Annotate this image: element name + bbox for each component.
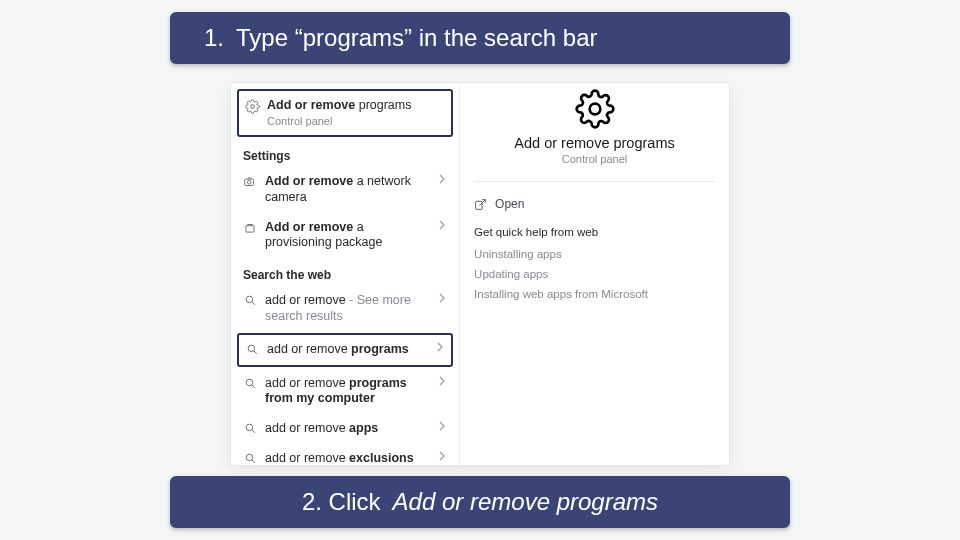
open-icon (474, 198, 487, 211)
chevron-right-icon (435, 220, 449, 230)
chevron-right-icon (435, 376, 449, 386)
chevron-right-icon (435, 293, 449, 303)
svg-point-5 (248, 345, 255, 352)
chevron-right-icon (435, 451, 449, 461)
preview-subtitle: Control panel (562, 153, 627, 165)
web-result-programs[interactable]: add or remove programs (239, 335, 451, 365)
svg-point-2 (247, 181, 251, 185)
chevron-right-icon (435, 421, 449, 431)
instruction-number: 1. (196, 24, 224, 52)
instruction-callout-1: 1. Type “programs” in the search bar (170, 12, 790, 64)
divider (474, 181, 715, 182)
package-icon (241, 221, 259, 235)
help-header: Get quick help from web (474, 216, 715, 244)
search-results-window: Add or remove programs Control panel Set… (230, 82, 730, 466)
svg-rect-3 (246, 225, 254, 231)
web-result-apps[interactable]: add or remove apps (237, 414, 453, 444)
help-updating[interactable]: Updating apps (474, 264, 715, 284)
web-result-exclusions[interactable]: add or remove exclusions (237, 444, 453, 466)
svg-point-7 (246, 424, 253, 431)
web-result-programs-from-computer[interactable]: add or remove programs from my computer (237, 369, 453, 414)
search-results-list: Add or remove programs Control panel Set… (231, 83, 460, 465)
search-icon (241, 294, 259, 307)
instruction-prefix: 2. Click (302, 488, 381, 516)
gear-icon (243, 99, 261, 114)
open-label: Open (495, 197, 524, 211)
svg-point-0 (250, 105, 254, 109)
camera-icon (241, 175, 259, 189)
svg-rect-12 (476, 201, 483, 209)
best-match-text: Add or remove programs Control panel (261, 98, 447, 128)
open-action[interactable]: Open (474, 192, 715, 216)
instruction-italic: Add or remove programs (393, 488, 658, 516)
best-match-item[interactable]: Add or remove programs Control panel (239, 91, 451, 135)
chevron-right-icon (435, 174, 449, 184)
web-result-programs-highlight: add or remove programs (237, 333, 453, 367)
svg-rect-1 (245, 179, 254, 185)
search-icon (241, 422, 259, 435)
settings-result-provisioning[interactable]: Add or remove a provisioning package (237, 213, 453, 258)
help-uninstalling[interactable]: Uninstalling apps (474, 244, 715, 264)
gear-icon-large (575, 89, 615, 129)
section-web: Search the web (237, 258, 453, 286)
svg-point-8 (246, 454, 253, 461)
settings-result-network-camera[interactable]: Add or remove a network camera (237, 167, 453, 212)
preview-pane: Add or remove programs Control panel Ope… (460, 83, 729, 465)
search-icon (241, 452, 259, 465)
instruction-text: Type “programs” in the search bar (236, 24, 598, 52)
search-icon (241, 377, 259, 390)
svg-point-11 (589, 104, 600, 115)
chevron-right-icon (433, 342, 447, 352)
help-installing-web[interactable]: Installing web apps from Microsoft (474, 284, 715, 304)
web-result-see-more[interactable]: add or remove - See more search results (237, 286, 453, 331)
svg-point-4 (246, 296, 253, 303)
svg-point-6 (246, 379, 253, 386)
instruction-callout-2: 2. Click Add or remove programs (170, 476, 790, 528)
search-icon (243, 343, 261, 356)
best-match-highlight: Add or remove programs Control panel (237, 89, 453, 137)
section-settings: Settings (237, 139, 453, 167)
preview-title: Add or remove programs (514, 135, 674, 151)
